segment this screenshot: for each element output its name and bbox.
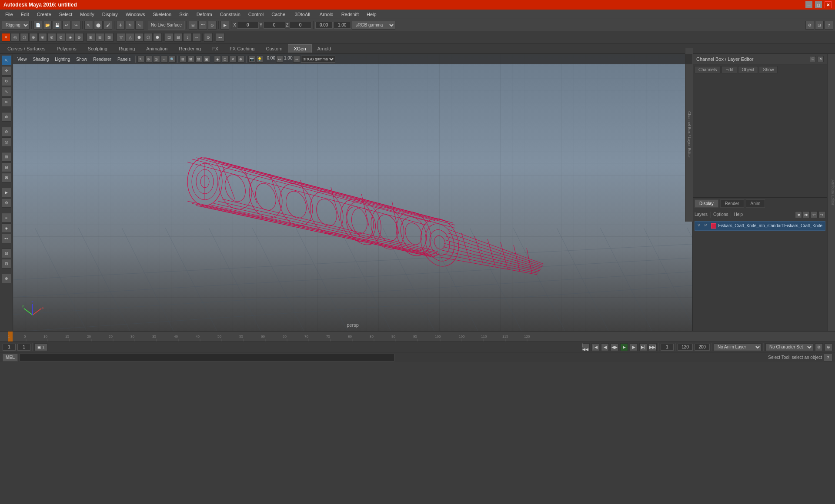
close-button[interactable]: ✕ xyxy=(825,1,832,8)
tab-polygons[interactable]: Polygons xyxy=(51,44,82,53)
minimize-button[interactable]: ─ xyxy=(805,1,812,8)
value2-input[interactable] xyxy=(334,22,351,29)
select-mode-btn[interactable]: ↖ xyxy=(2,56,11,65)
layer-ctrl-2[interactable]: ⏭ xyxy=(803,211,810,218)
cb-tab-show[interactable]: Show xyxy=(759,66,778,73)
vp-icon-1[interactable]: ↖ xyxy=(137,56,144,63)
max-end-input[interactable] xyxy=(695,344,710,351)
tab-custom[interactable]: Custom xyxy=(261,44,288,53)
paint-mode-btn[interactable]: ✏ xyxy=(2,97,11,107)
layer-v-btn[interactable]: V xyxy=(698,223,703,229)
tool17-btn[interactable]: ⬣ xyxy=(153,33,162,42)
vp-icon-cam[interactable]: 📷 xyxy=(248,56,255,63)
menu-file[interactable]: File xyxy=(2,11,17,18)
play-back-btn[interactable]: ◀▶ xyxy=(611,343,618,351)
start-frame-input[interactable] xyxy=(3,344,16,351)
layer-ctrl-4[interactable]: ↪ xyxy=(818,211,825,218)
menu-create[interactable]: Create xyxy=(33,11,55,18)
vp-view-menu[interactable]: View xyxy=(15,56,30,62)
menu-edit[interactable]: Edit xyxy=(17,11,33,18)
tool4-btn[interactable]: ⊕ xyxy=(29,33,38,42)
go-start-btn[interactable]: |◀◀ xyxy=(582,343,590,351)
paint-tool-btn[interactable]: 🖌 xyxy=(104,21,112,30)
tool9-btn[interactable]: ⊛ xyxy=(75,33,84,42)
tool15-btn[interactable]: ⬢ xyxy=(135,33,144,42)
tool20-btn[interactable]: ↕ xyxy=(183,33,192,42)
snap-point-btn[interactable]: ⊙ xyxy=(208,21,217,30)
layer-ctrl-3[interactable]: ↩ xyxy=(811,211,818,218)
cmd-help-btn[interactable]: ? xyxy=(824,354,832,361)
poly-layout3-btn[interactable]: ⊠ xyxy=(2,173,11,182)
go-end-btn[interactable]: ▶▶| xyxy=(649,343,657,351)
undo-btn[interactable]: ↩ xyxy=(62,21,71,30)
menu-control[interactable]: Control xyxy=(245,11,267,18)
tool12-btn[interactable]: ⊠ xyxy=(105,33,114,42)
timeline-area[interactable]: 1 5 10 15 20 25 30 35 40 45 50 55 60 65 … xyxy=(0,331,835,342)
render-region-btn[interactable]: ▶ xyxy=(2,188,11,197)
select-tool-btn[interactable]: ↖ xyxy=(84,21,93,30)
cb-close-btn[interactable]: ✕ xyxy=(818,56,824,62)
tab-sculpting[interactable]: Sculpting xyxy=(82,44,113,53)
end-frame-input[interactable] xyxy=(678,344,693,351)
redo-btn[interactable]: ↪ xyxy=(72,21,80,30)
cb-bottom-tab-anim[interactable]: Anim xyxy=(746,199,765,208)
outliner-btn[interactable]: ≡ xyxy=(2,213,11,222)
new-scene-btn[interactable]: 📄 xyxy=(33,21,42,30)
vp-exposure-btn[interactable]: ⊷ xyxy=(276,56,283,63)
char-set-btn2[interactable]: ⊕ xyxy=(825,343,832,351)
menu-skin[interactable]: Skin xyxy=(176,11,192,18)
frame-checkbox[interactable]: ▣ 1 xyxy=(34,343,47,351)
vp-icon-8[interactable]: ⊡ xyxy=(195,56,202,63)
vp-icon-plus[interactable]: ⊕ xyxy=(237,56,244,63)
menu-constrain[interactable]: Constrain xyxy=(217,11,244,18)
poly-layout-btn[interactable]: ⊞ xyxy=(2,152,11,162)
hypershade-btn[interactable]: ◈ xyxy=(2,223,11,233)
save-scene-btn[interactable]: 💾 xyxy=(53,21,61,30)
tool6-btn[interactable]: ⊘ xyxy=(47,33,56,42)
tool22-btn[interactable]: ⊙ xyxy=(204,33,213,42)
tab-xgen[interactable]: XGen xyxy=(288,44,311,53)
tab-fx-caching[interactable]: FX Caching xyxy=(224,44,260,53)
tool19-btn[interactable]: ⊟ xyxy=(174,33,183,42)
prev-frame-btn[interactable]: ◀ xyxy=(601,343,609,351)
snap-curve-btn[interactable]: 〜 xyxy=(198,21,207,30)
x-value[interactable] xyxy=(237,22,259,29)
vp-icon-6[interactable]: ⊞ xyxy=(180,56,187,63)
next-frame-btn[interactable]: ▶ xyxy=(630,343,638,351)
scale-mode-btn[interactable]: ⤡ xyxy=(2,87,11,96)
tool13-btn[interactable]: ▽ xyxy=(117,33,125,42)
value1-input[interactable] xyxy=(315,22,333,29)
vp-panels-menu[interactable]: Panels xyxy=(115,56,134,62)
cb-bottom-tab-display[interactable]: Display xyxy=(695,199,718,208)
vp-lighting-menu[interactable]: Lighting xyxy=(52,56,73,62)
vp-icon-wire[interactable]: ◻ xyxy=(222,56,229,63)
rotate-mode-btn[interactable]: ↻ xyxy=(2,76,11,86)
poly-layout2-btn[interactable]: ⊟ xyxy=(2,162,11,172)
snap-grid-btn[interactable]: ⊞ xyxy=(189,21,197,30)
tool18-btn[interactable]: ⊡ xyxy=(165,33,174,42)
anim-layer-select[interactable]: No Anim Layer xyxy=(714,343,762,351)
vp-shading-menu[interactable]: Shading xyxy=(30,56,52,62)
manip-btn[interactable]: ⊙ xyxy=(2,127,11,136)
uv-btn[interactable]: ⊡ xyxy=(2,249,11,258)
menu-arnold[interactable]: Arnold xyxy=(316,11,337,18)
menu-select[interactable]: Select xyxy=(56,11,76,18)
help-btn[interactable]: ? xyxy=(825,21,833,30)
layout-btn[interactable]: ⊡ xyxy=(815,21,824,30)
vp-gamma-btn[interactable]: ⊸ xyxy=(293,56,300,63)
vp-icon-5[interactable]: 🔍 xyxy=(169,56,176,63)
vp-icon-7[interactable]: ⊠ xyxy=(187,56,194,63)
tab-curves-surfaces[interactable]: Curves / Surfaces xyxy=(2,44,51,53)
menu-deform[interactable]: Deform xyxy=(193,11,216,18)
tool11-btn[interactable]: ⊟ xyxy=(96,33,104,42)
workspace-dropdown[interactable]: Rigging xyxy=(2,21,30,30)
tool2-btn[interactable]: ◎ xyxy=(11,33,20,42)
vp-icon-x[interactable]: ✕ xyxy=(230,56,237,63)
tool21-btn[interactable]: ↔ xyxy=(192,33,201,42)
menu-skeleton[interactable]: Skeleton xyxy=(149,11,175,18)
tool14-btn[interactable]: △ xyxy=(126,33,134,42)
layer-item[interactable]: V P Fiskars_Craft_Knife_mb_standart:Fisk… xyxy=(695,221,825,231)
layer-p-btn[interactable]: P xyxy=(705,223,710,229)
menu-modify[interactable]: Modify xyxy=(77,11,97,18)
menu-cache[interactable]: Cache xyxy=(268,11,289,18)
